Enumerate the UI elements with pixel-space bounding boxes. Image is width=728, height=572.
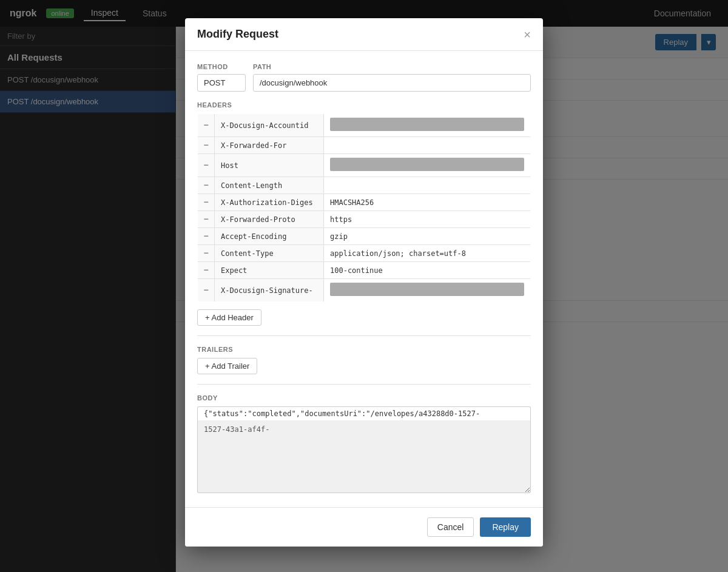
body-text-preview: {"status":"completed","documentsUri":"/e… bbox=[197, 406, 531, 420]
path-field: PATH bbox=[253, 63, 531, 92]
method-label: METHOD bbox=[197, 63, 246, 70]
header-name: X-Authorization-Diges bbox=[215, 194, 324, 211]
header-value-cell bbox=[324, 194, 531, 211]
header-value-cell bbox=[324, 262, 531, 279]
header-name: X-Docusign-Signature- bbox=[215, 279, 324, 302]
header-name: Content-Length bbox=[215, 177, 324, 194]
remove-header-button[interactable]: − bbox=[201, 161, 211, 169]
body-textarea[interactable] bbox=[197, 420, 531, 493]
header-value-input[interactable] bbox=[330, 198, 524, 207]
remove-header-button[interactable]: − bbox=[201, 181, 211, 189]
header-value-cell bbox=[324, 279, 531, 302]
header-name: Host bbox=[215, 154, 324, 177]
header-value-cell bbox=[324, 137, 531, 154]
header-name: X-Forwarded-For bbox=[215, 137, 324, 154]
headers-table: −X-Docusign-Accountid−X-Forwarded-For−Ho… bbox=[197, 113, 531, 302]
header-value-cell bbox=[324, 228, 531, 245]
remove-header-button[interactable]: − bbox=[201, 266, 211, 274]
header-value-cell bbox=[324, 154, 531, 177]
divider-2 bbox=[197, 384, 531, 385]
modal-footer: Cancel Replay bbox=[185, 507, 543, 547]
body-section-label: BODY bbox=[197, 394, 531, 402]
header-row: −Expect bbox=[198, 262, 531, 279]
header-value-input[interactable] bbox=[330, 181, 524, 190]
header-value-cell bbox=[324, 177, 531, 194]
method-field: METHOD bbox=[197, 63, 246, 92]
header-value-input[interactable] bbox=[330, 141, 524, 150]
header-row: −X-Docusign-Signature- bbox=[198, 279, 531, 302]
modal-header: Modify Request × bbox=[185, 18, 543, 51]
divider-1 bbox=[197, 335, 531, 336]
header-name: Content-Type bbox=[215, 245, 324, 262]
modal-close-button[interactable]: × bbox=[524, 29, 531, 41]
modal-title: Modify Request bbox=[197, 28, 278, 41]
header-value-cell bbox=[324, 114, 531, 137]
remove-header-button[interactable]: − bbox=[201, 249, 211, 257]
header-value-input[interactable] bbox=[330, 215, 524, 224]
header-value-cell bbox=[324, 245, 531, 262]
header-row: −Content-Length bbox=[198, 177, 531, 194]
remove-header-button[interactable]: − bbox=[201, 198, 211, 206]
header-value-input[interactable] bbox=[330, 232, 524, 241]
headers-section-label: HEADERS bbox=[197, 101, 531, 109]
header-name: Expect bbox=[215, 262, 324, 279]
remove-header-button[interactable]: − bbox=[201, 121, 211, 129]
header-value-masked bbox=[330, 158, 524, 171]
trailers-section-label: TRAILERS bbox=[197, 346, 531, 353]
header-name: Accept-Encoding bbox=[215, 228, 324, 245]
path-input[interactable] bbox=[253, 74, 531, 92]
header-value-cell bbox=[324, 211, 531, 228]
header-value-input[interactable] bbox=[330, 249, 524, 258]
replay-button[interactable]: Replay bbox=[480, 517, 531, 537]
header-row: −X-Forwarded-Proto bbox=[198, 211, 531, 228]
add-trailer-button[interactable]: + Add Trailer bbox=[197, 358, 257, 374]
cancel-button[interactable]: Cancel bbox=[427, 517, 474, 537]
header-name: X-Docusign-Accountid bbox=[215, 114, 324, 137]
path-label: PATH bbox=[253, 63, 531, 70]
header-row: −Accept-Encoding bbox=[198, 228, 531, 245]
header-row: −X-Authorization-Diges bbox=[198, 194, 531, 211]
header-row: −X-Forwarded-For bbox=[198, 137, 531, 154]
method-path-row: METHOD PATH bbox=[197, 63, 531, 92]
modify-request-modal: Modify Request × METHOD PATH HEADERS −X-… bbox=[185, 18, 543, 547]
remove-header-button[interactable]: − bbox=[201, 215, 211, 223]
modal-body: METHOD PATH HEADERS −X-Docusign-Accounti… bbox=[185, 51, 543, 507]
remove-header-button[interactable]: − bbox=[201, 141, 211, 149]
header-name: X-Forwarded-Proto bbox=[215, 211, 324, 228]
header-value-input[interactable] bbox=[330, 266, 524, 275]
header-row: −X-Docusign-Accountid bbox=[198, 114, 531, 137]
header-row: −Content-Type bbox=[198, 245, 531, 262]
body-section: {"status":"completed","documentsUri":"/e… bbox=[197, 406, 531, 495]
method-input[interactable] bbox=[197, 74, 246, 92]
header-value-masked bbox=[330, 283, 524, 296]
remove-header-button[interactable]: − bbox=[201, 286, 211, 294]
remove-header-button[interactable]: − bbox=[201, 232, 211, 240]
header-row: −Host bbox=[198, 154, 531, 177]
header-value-masked bbox=[330, 118, 524, 131]
add-header-button[interactable]: + Add Header bbox=[197, 309, 261, 326]
